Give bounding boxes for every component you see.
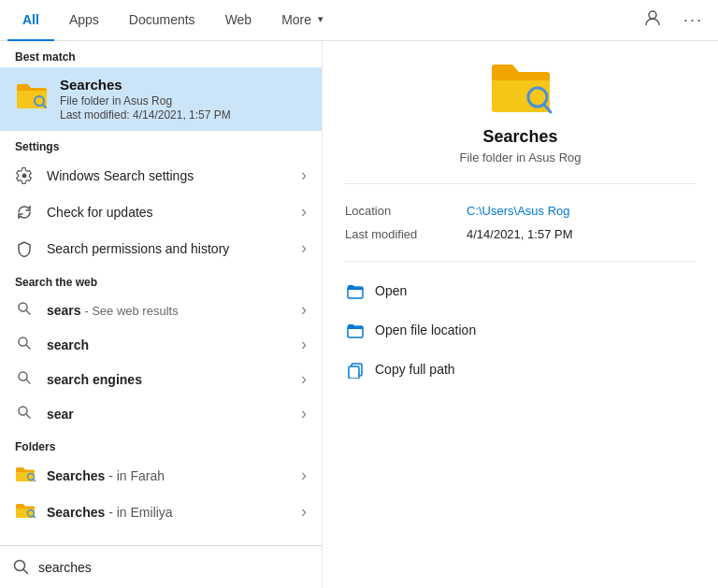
web-item-search[interactable]: search	[0, 327, 322, 362]
actions-section: Open Open file location	[345, 262, 696, 398]
folder-item-emiliya[interactable]: Searches - in Emiliya	[0, 494, 322, 530]
location-label: Location	[345, 204, 448, 218]
svg-line-7	[26, 345, 30, 349]
web-item-sears[interactable]: sears - See web results	[0, 293, 322, 327]
svg-line-19	[23, 569, 28, 574]
search-bar-icon	[13, 559, 29, 575]
web-item-search-engines-bold: search engines	[47, 372, 142, 387]
person-icon	[644, 9, 661, 26]
search-icon	[15, 336, 34, 353]
folder-icon-large	[15, 79, 49, 112]
chevron-icon	[301, 165, 307, 185]
web-item-sear-text: sear	[47, 407, 288, 422]
best-match-modified: Last modified: 4/14/2021, 1:57 PM	[60, 108, 307, 122]
web-item-search-bold: search	[47, 337, 89, 352]
preview-title: Searches	[482, 127, 557, 147]
tab-web[interactable]: Web	[210, 0, 267, 41]
svg-line-9	[26, 380, 30, 383]
searches-folder-icon	[15, 79, 49, 112]
shield-icon	[15, 239, 34, 258]
web-item-sears-bold: sears	[47, 303, 81, 318]
open-label: Open	[375, 283, 407, 298]
tab-all[interactable]: All	[7, 0, 54, 41]
tab-apps[interactable]: Apps	[54, 0, 114, 41]
chevron-icon	[301, 466, 307, 485]
chevron-icon	[301, 502, 307, 522]
person-icon-button[interactable]	[637, 6, 668, 35]
search-query-display: searches	[38, 560, 309, 575]
web-search-header: Search the web	[0, 266, 322, 293]
search-bar[interactable]: searches	[0, 545, 322, 588]
chevron-down-icon: ▾	[318, 13, 323, 25]
best-match-text: Searches File folder in Asus Rog Last mo…	[60, 77, 307, 122]
main-content: Best match Searches File folder in Asus …	[0, 41, 718, 588]
chevron-icon	[301, 300, 307, 320]
modified-value: 4/14/2021, 1:57 PM	[467, 227, 572, 241]
preview-subtitle: File folder in Asus Rog	[459, 151, 581, 165]
top-nav: All Apps Documents Web More ▾ ···	[0, 0, 718, 41]
ellipsis-icon: ···	[683, 10, 703, 29]
open-location-icon	[345, 320, 366, 340]
settings-header: Settings	[0, 131, 322, 157]
best-match-item[interactable]: Searches File folder in Asus Rog Last mo…	[0, 67, 322, 131]
copy-full-path-label: Copy full path	[375, 362, 455, 377]
gear-icon	[15, 166, 34, 185]
folder-item-emiliya-label: Searches - in Emiliya	[47, 505, 290, 520]
svg-rect-27	[349, 366, 359, 379]
web-item-search-engines[interactable]: search engines	[0, 362, 322, 396]
chevron-icon	[301, 202, 307, 222]
location-value[interactable]: C:\Users\Asus Rog	[467, 204, 570, 218]
right-panel: Searches File folder in Asus Rog Locatio…	[323, 41, 718, 588]
best-match-subtitle: File folder in Asus Rog	[60, 94, 307, 108]
preview-top: Searches File folder in Asus Rog	[345, 60, 696, 184]
folder-item-farah[interactable]: Searches - in Farah	[0, 457, 322, 494]
chevron-icon	[301, 404, 307, 423]
tab-documents[interactable]: Documents	[114, 0, 210, 41]
preview-folder-icon	[488, 60, 553, 116]
best-match-header: Best match	[0, 41, 322, 67]
settings-updates-label: Check for updates	[47, 205, 288, 220]
web-item-sear[interactable]: sear	[0, 396, 322, 431]
settings-item-updates[interactable]: Check for updates	[0, 194, 322, 230]
more-options-button[interactable]: ···	[676, 7, 711, 34]
refresh-icon	[15, 203, 34, 222]
svg-point-0	[649, 11, 656, 19]
chevron-icon	[301, 369, 307, 389]
folder-icon-farah	[15, 466, 36, 485]
chevron-icon	[301, 335, 307, 354]
left-panel: Best match Searches File folder in Asus …	[0, 41, 323, 588]
copy-icon	[345, 359, 366, 380]
settings-item-permissions[interactable]: Search permissions and history	[0, 230, 322, 266]
settings-permissions-label: Search permissions and history	[47, 241, 288, 256]
settings-search-label: Windows Search settings	[47, 168, 288, 183]
folder-icon-emiliya	[15, 502, 36, 522]
web-item-search-text: search	[47, 337, 288, 352]
web-item-sears-suffix: - See web results	[81, 304, 179, 318]
modified-label: Last modified	[345, 227, 448, 241]
search-icon	[15, 301, 34, 319]
web-item-sear-bold: sear	[47, 407, 74, 422]
open-location-label: Open file location	[375, 323, 476, 337]
web-item-search-engines-text: search engines	[47, 372, 288, 387]
modified-row: Last modified 4/14/2021, 1:57 PM	[345, 222, 696, 246]
details-section: Location C:\Users\Asus Rog Last modified…	[345, 184, 696, 262]
svg-line-5	[26, 310, 30, 314]
nav-icons: ···	[637, 6, 711, 35]
search-icon	[15, 370, 34, 388]
best-match-title: Searches	[60, 77, 307, 93]
open-icon	[345, 280, 366, 301]
settings-item-search[interactable]: Windows Search settings	[0, 157, 322, 194]
open-file-location-button[interactable]: Open file location	[345, 316, 696, 344]
copy-full-path-button[interactable]: Copy full path	[345, 355, 696, 383]
folders-header: Folders	[0, 431, 322, 457]
web-item-sears-text: sears - See web results	[47, 303, 288, 318]
chevron-icon	[301, 238, 307, 258]
tab-more[interactable]: More ▾	[266, 0, 338, 41]
search-icon	[15, 405, 34, 423]
svg-line-11	[26, 414, 30, 418]
location-row: Location C:\Users\Asus Rog	[345, 199, 696, 222]
open-button[interactable]: Open	[345, 277, 696, 305]
folder-item-farah-label: Searches - in Farah	[47, 468, 290, 483]
